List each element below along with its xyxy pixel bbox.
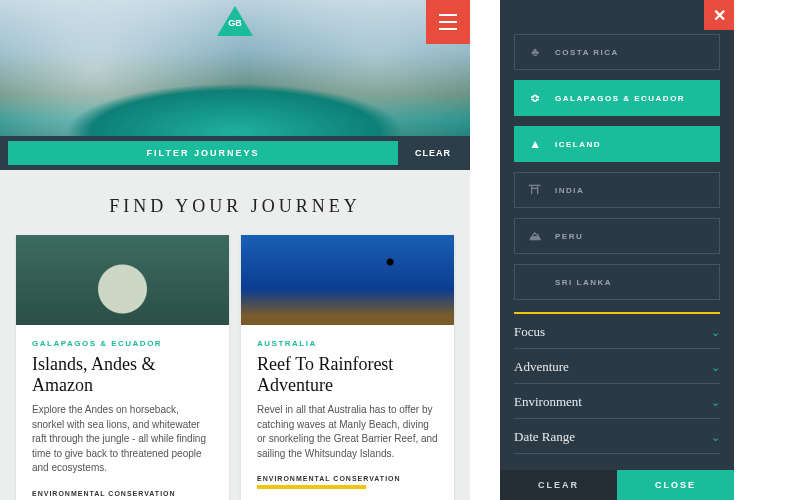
destination-label: COSTA RICA bbox=[555, 48, 619, 57]
cards-container: GALAPAGOS & ECUADOR Islands, Andes & Ama… bbox=[0, 235, 470, 500]
chevron-down-icon: ⌄ bbox=[711, 431, 720, 444]
card-image bbox=[241, 235, 454, 325]
section-title: FIND YOUR JOURNEY bbox=[0, 170, 470, 235]
destination-option[interactable]: ♣COSTA RICA bbox=[514, 34, 720, 70]
close-icon[interactable]: ✕ bbox=[704, 0, 734, 30]
destination-option[interactable]: ⛩INDIA bbox=[514, 172, 720, 208]
destination-list: ♣COSTA RICA ≎GALAPAGOS & ECUADOR ▲ICELAN… bbox=[500, 0, 734, 310]
journey-card[interactable]: AUSTRALIA Reef To Rainforest Adventure R… bbox=[241, 235, 454, 500]
destination-label: PERU bbox=[555, 232, 583, 241]
main-view: GB FILTER JOURNEYS CLEAR FIND YOUR JOURN… bbox=[0, 0, 470, 500]
accordion-focus[interactable]: Focus⌄ bbox=[514, 312, 720, 349]
temple-icon: ⛩ bbox=[527, 183, 545, 197]
logo[interactable]: GB bbox=[217, 6, 253, 36]
hero-image: GB FILTER JOURNEYS CLEAR bbox=[0, 0, 470, 170]
progress-bar bbox=[257, 485, 366, 489]
chevron-down-icon: ⌄ bbox=[711, 396, 720, 409]
card-tag: ENVIRONMENTAL CONSERVATION bbox=[257, 475, 438, 482]
filter-journeys-button[interactable]: FILTER JOURNEYS bbox=[8, 141, 398, 165]
chevron-down-icon: ⌄ bbox=[711, 326, 720, 339]
card-tag: ENVIRONMENTAL CONSERVATION bbox=[32, 490, 213, 497]
destination-label: ICELAND bbox=[555, 140, 601, 149]
accordion-environment[interactable]: Environment⌄ bbox=[514, 384, 720, 419]
destination-option[interactable]: ▲ICELAND bbox=[514, 126, 720, 162]
panel-footer: CLEAR CLOSE bbox=[500, 470, 734, 500]
destination-label: INDIA bbox=[555, 186, 584, 195]
card-title: Islands, Andes & Amazon bbox=[32, 354, 213, 395]
journey-card[interactable]: GALAPAGOS & ECUADOR Islands, Andes & Ama… bbox=[16, 235, 229, 500]
accordion-group: Focus⌄ Adventure⌄ Environment⌄ Date Rang… bbox=[500, 310, 734, 454]
destination-label: SRI LANKA bbox=[555, 278, 612, 287]
mountain-icon: ⛰ bbox=[527, 229, 545, 243]
panel-close-button[interactable]: CLOSE bbox=[617, 470, 734, 500]
destination-option[interactable]: SRI LANKA bbox=[514, 264, 720, 300]
destination-option[interactable]: ≎GALAPAGOS & ECUADOR bbox=[514, 80, 720, 116]
card-image bbox=[16, 235, 229, 325]
filter-clear-button[interactable]: CLEAR bbox=[404, 141, 462, 165]
destination-option[interactable]: ⛰PERU bbox=[514, 218, 720, 254]
card-title: Reef To Rainforest Adventure bbox=[257, 354, 438, 395]
logo-text: GB bbox=[227, 18, 243, 28]
accordion-adventure[interactable]: Adventure⌄ bbox=[514, 349, 720, 384]
accordion-label: Date Range bbox=[514, 429, 575, 445]
panel-clear-button[interactable]: CLEAR bbox=[500, 470, 617, 500]
card-description: Revel in all that Australia has to offer… bbox=[257, 403, 438, 461]
accordion-label: Adventure bbox=[514, 359, 569, 375]
accordion-label: Environment bbox=[514, 394, 582, 410]
filter-bar: FILTER JOURNEYS CLEAR bbox=[0, 136, 470, 170]
card-description: Explore the Andes on horseback, snorkel … bbox=[32, 403, 213, 476]
chevron-down-icon: ⌄ bbox=[711, 361, 720, 374]
menu-button[interactable] bbox=[426, 0, 470, 44]
accordion-date-range[interactable]: Date Range⌄ bbox=[514, 419, 720, 454]
leaf-icon bbox=[527, 275, 545, 289]
card-eyebrow: AUSTRALIA bbox=[257, 339, 438, 348]
destination-label: GALAPAGOS & ECUADOR bbox=[555, 94, 685, 103]
filter-panel: ✕ ♣COSTA RICA ≎GALAPAGOS & ECUADOR ▲ICEL… bbox=[500, 0, 734, 500]
palm-icon: ♣ bbox=[527, 45, 545, 59]
card-eyebrow: GALAPAGOS & ECUADOR bbox=[32, 339, 213, 348]
accordion-label: Focus bbox=[514, 324, 545, 340]
island-icon: ≎ bbox=[527, 91, 545, 105]
glacier-icon: ▲ bbox=[527, 137, 545, 151]
